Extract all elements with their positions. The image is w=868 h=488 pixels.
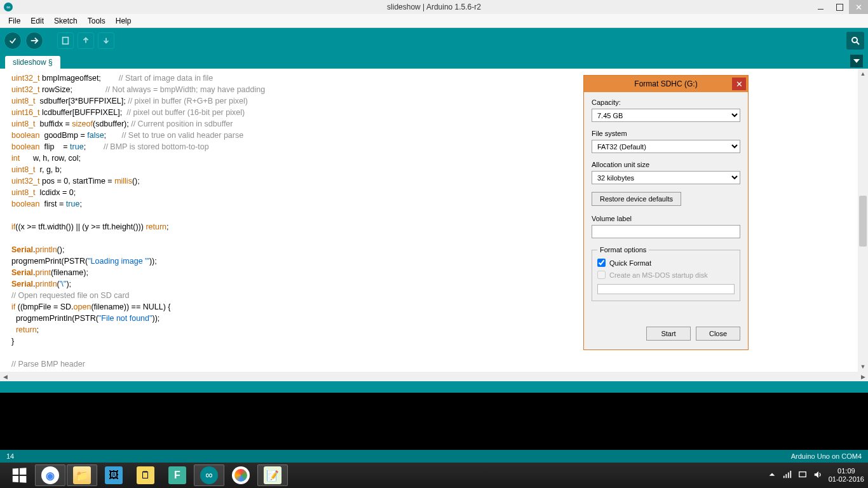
arduino-logo-icon: ∞ [4, 3, 13, 11]
capacity-select[interactable]: 7.45 GB [592, 109, 740, 122]
window-close-button[interactable]: ✕ [849, 0, 868, 14]
taskbar-photos[interactable]: 🖼 [98, 464, 129, 486]
serial-monitor-button[interactable] [846, 32, 864, 50]
taskbar-arduino[interactable]: ∞ [194, 464, 224, 486]
upload-button[interactable] [25, 32, 43, 50]
titlebar: ∞ slideshow | Arduino 1.5.6-r2 ✕ [0, 0, 868, 14]
dialog-title: Format SDHC (G:) [634, 79, 697, 88]
start-button[interactable]: Start [646, 327, 691, 341]
taskbar-explorer[interactable]: 📁 [67, 464, 97, 486]
folder-icon: 📁 [76, 470, 88, 482]
taskbar-chrome[interactable]: ◉ [35, 464, 65, 486]
new-button[interactable] [57, 32, 74, 49]
filesystem-select[interactable]: FAT32 (Default) [592, 140, 740, 153]
tray-volume-icon[interactable] [813, 470, 822, 480]
menu-sketch[interactable]: Sketch [50, 15, 82, 27]
taskbar-notes[interactable]: 🗒 [130, 464, 161, 486]
svg-rect-8 [790, 471, 791, 478]
svg-marker-10 [814, 471, 818, 478]
tab-menu-button[interactable] [850, 55, 863, 67]
allocation-select[interactable]: 32 kilobytes [592, 171, 740, 184]
svg-point-1 [852, 37, 857, 43]
picture-icon: 🖼 [109, 470, 119, 481]
tab-slideshow[interactable]: slideshow § [5, 56, 60, 69]
close-button[interactable]: Close [696, 327, 740, 341]
line-number: 14 [6, 452, 14, 460]
volume-label-input[interactable] [592, 225, 740, 238]
menu-file[interactable]: File [4, 15, 25, 27]
format-progress [597, 284, 735, 294]
menubar: File Edit Sketch Tools Help [0, 14, 868, 28]
editor-vscrollbar[interactable]: ▲▼ [858, 69, 868, 372]
capacity-label: Capacity: [592, 98, 740, 106]
start-button[interactable] [4, 463, 34, 488]
taskbar: ◉ 📁 🖼 🗒 F ∞ 📝 01:09 01-02-2016 [0, 463, 868, 488]
open-button[interactable] [78, 32, 94, 49]
format-dialog: Format SDHC (G:) ✕ Capacity: 7.45 GB Fil… [583, 75, 749, 350]
menu-tools[interactable]: Tools [83, 15, 110, 27]
save-button[interactable] [98, 32, 114, 49]
restore-defaults-button[interactable]: Restore device defaults [592, 192, 681, 206]
tray-chevron-icon[interactable] [768, 470, 776, 480]
editor-hscrollbar[interactable]: ◀▶ [0, 372, 868, 381]
msdos-label: Create an MS-DOS startup disk [609, 271, 708, 279]
window-title: slideshow | Arduino 1.5.6-r2 [387, 3, 481, 11]
windows-logo-icon [13, 468, 27, 482]
svg-marker-4 [769, 473, 775, 475]
msdos-checkbox [597, 271, 606, 279]
status-strip [0, 381, 868, 393]
svg-marker-3 [853, 59, 860, 63]
taskbar-app-f[interactable]: F [162, 464, 193, 486]
tray-clock[interactable]: 01:09 01-02-2016 [829, 467, 864, 484]
svg-rect-5 [783, 476, 785, 478]
format-options-group: Format options Quick Format Create an MS… [592, 246, 740, 301]
notepad-icon: 📝 [266, 470, 279, 482]
toolbar [0, 28, 868, 53]
menu-help[interactable]: Help [111, 15, 136, 27]
maximize-button[interactable] [830, 0, 849, 14]
clock-date: 01-02-2016 [829, 475, 864, 484]
svg-line-2 [857, 42, 859, 44]
svg-rect-6 [785, 474, 787, 478]
quick-format-label: Quick Format [609, 259, 651, 267]
system-tray: 01:09 01-02-2016 [768, 467, 868, 484]
picasa-icon [234, 469, 247, 482]
tabstrip: slideshow § [0, 53, 868, 69]
taskbar-notepadpp[interactable]: 📝 [257, 464, 288, 486]
volume-label-label: Volume label [592, 215, 740, 222]
allocation-label: Allocation unit size [592, 161, 740, 168]
menu-edit[interactable]: Edit [26, 15, 48, 27]
dialog-titlebar[interactable]: Format SDHC (G:) ✕ [584, 76, 748, 92]
verify-button[interactable] [4, 32, 22, 50]
svg-rect-7 [788, 473, 789, 478]
clock-time: 01:09 [829, 467, 864, 475]
filesystem-label: File system [592, 130, 740, 137]
svg-rect-9 [799, 472, 806, 477]
board-info: Arduino Uno on COM4 [791, 452, 862, 460]
console [0, 393, 868, 450]
dialog-close-button[interactable]: ✕ [732, 78, 746, 90]
tray-action-icon[interactable] [798, 470, 807, 480]
svg-rect-0 [63, 37, 69, 44]
status-bar: 14 Arduino Uno on COM4 [0, 450, 868, 463]
quick-format-checkbox[interactable] [597, 259, 606, 267]
format-options-legend: Format options [597, 246, 649, 254]
taskbar-picasa[interactable] [226, 464, 256, 486]
minimize-button[interactable] [811, 0, 830, 14]
tray-network-icon[interactable] [783, 470, 792, 480]
sticky-note-icon: 🗒 [140, 470, 151, 481]
